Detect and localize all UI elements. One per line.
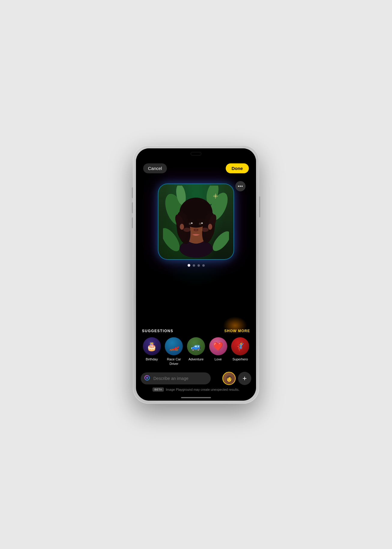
- svg-point-19: [189, 223, 191, 225]
- intelligence-icon-svg: [144, 375, 150, 381]
- show-more-button[interactable]: SHOW MORE: [224, 329, 250, 333]
- suggestion-item-birthday[interactable]: 🎂 Birthday: [142, 337, 162, 366]
- suggestions-title: SUGGESTIONS: [142, 329, 173, 333]
- suggestion-label-racecar: Race Car Driver: [164, 357, 184, 366]
- page-dot-1[interactable]: [188, 264, 190, 267]
- svg-point-28: [180, 224, 184, 230]
- suggestion-icon-superhero: 🦸: [231, 337, 249, 355]
- beta-notice-text: Image Playground may create unexpected r…: [166, 388, 239, 391]
- suggestion-item-racecar[interactable]: 🏎️ Race Car Driver: [164, 337, 184, 366]
- suggestion-icon-birthday: 🎂: [143, 337, 161, 355]
- done-button[interactable]: Done: [226, 163, 249, 173]
- add-button[interactable]: +: [238, 372, 251, 385]
- suggestions-section: SUGGESTIONS SHOW MORE 🎂 Birthday 🏎️ Race…: [136, 324, 256, 369]
- suggestion-label-adventure: Adventure: [188, 357, 204, 361]
- suggestion-icon-adventure: 🚙: [187, 337, 205, 355]
- input-wrapper: [141, 372, 220, 384]
- generated-image-card: [158, 184, 234, 259]
- svg-point-25: [197, 229, 198, 231]
- suggestion-label-birthday: Birthday: [146, 357, 158, 361]
- girl-illustration: [163, 186, 229, 258]
- page-dots: [188, 264, 205, 267]
- image-card-wrapper: •••: [158, 184, 234, 259]
- phone-frame: Cancel Done •••: [133, 145, 259, 404]
- phone-screen: Cancel Done •••: [136, 148, 256, 401]
- beta-notice: BETA Image Playground may create unexpec…: [141, 387, 251, 392]
- image-area: •••: [136, 178, 256, 324]
- dynamic-island: [191, 152, 201, 156]
- svg-point-20: [199, 223, 201, 225]
- suggestion-label-love: Love: [215, 357, 222, 361]
- cancel-button[interactable]: Cancel: [143, 163, 167, 173]
- screen: Cancel Done •••: [136, 148, 256, 401]
- ellipsis-icon: •••: [238, 184, 243, 189]
- image-card-inner: [158, 184, 234, 259]
- svg-point-21: [191, 223, 193, 224]
- suggestion-item-adventure[interactable]: 🚙 Adventure: [186, 337, 206, 366]
- svg-point-26: [183, 228, 191, 232]
- page-dot-4[interactable]: [202, 264, 205, 267]
- suggestion-icon-racecar: 🏎️: [165, 337, 183, 355]
- home-bar: [181, 397, 211, 398]
- input-row: 👩 +: [141, 372, 251, 385]
- plus-icon: +: [243, 374, 247, 383]
- page-dot-2[interactable]: [193, 264, 195, 267]
- svg-point-22: [201, 223, 203, 224]
- svg-point-27: [201, 228, 209, 232]
- bottom-area: 👩 + BETA Image Playground may create une…: [136, 369, 256, 395]
- suggestion-item-love[interactable]: ❤️ Love: [208, 337, 228, 366]
- more-options-button[interactable]: •••: [235, 181, 246, 191]
- avatar-emoji: 👩: [225, 375, 233, 382]
- svg-point-29: [208, 224, 212, 230]
- home-indicator: [136, 395, 256, 401]
- suggestion-label-superhero: Superhero: [232, 357, 248, 361]
- describe-input[interactable]: [141, 372, 211, 384]
- svg-point-24: [194, 229, 195, 231]
- suggestions-row: 🎂 Birthday 🏎️ Race Car Driver 🚙 Adventur…: [142, 337, 250, 366]
- suggestion-item-superhero[interactable]: 🦸 Superhero: [230, 337, 250, 366]
- ai-icon: [144, 375, 150, 382]
- suggestion-icon-love: ❤️: [209, 337, 227, 355]
- suggestions-header: SUGGESTIONS SHOW MORE: [142, 329, 250, 333]
- user-avatar-button[interactable]: 👩: [222, 372, 236, 385]
- beta-badge: BETA: [152, 387, 164, 392]
- page-dot-3[interactable]: [198, 264, 200, 267]
